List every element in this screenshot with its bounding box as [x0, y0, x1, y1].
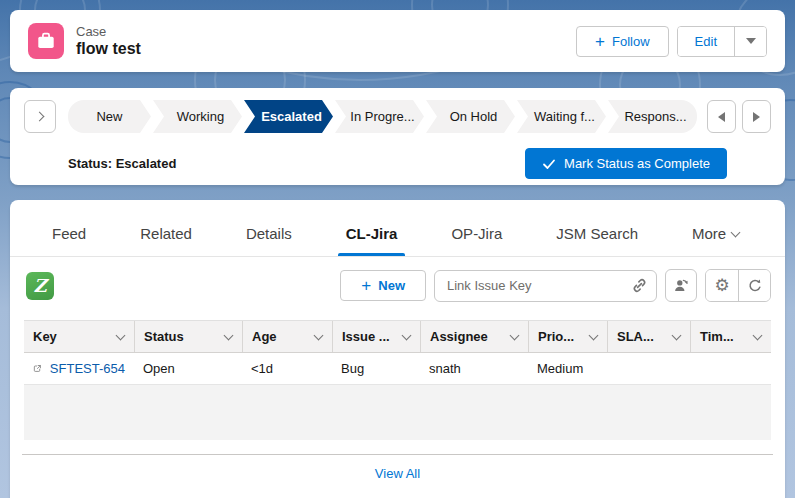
status-text: Status: Escalated — [68, 156, 176, 171]
footer-divider — [22, 454, 773, 455]
path-stage-escalated[interactable]: Escalated — [244, 100, 333, 133]
edit-button[interactable]: Edit — [678, 27, 734, 56]
tab-more[interactable]: More — [690, 225, 741, 256]
jira-connector-logo-icon: Z — [26, 272, 54, 300]
path-stage-on-hold[interactable]: On Hold — [426, 100, 515, 133]
user-arrow-icon — [673, 277, 690, 294]
chevron-down-icon — [116, 330, 126, 340]
external-link-icon[interactable] — [33, 361, 42, 376]
chevron-down-icon — [510, 330, 520, 340]
page-background: Case flow test + Follow Edit New Work — [0, 0, 795, 498]
table-header-row: Key Status Age Issue ... Assignee Prio..… — [24, 320, 771, 353]
triangle-down-icon — [746, 38, 756, 44]
entity-label: Case — [76, 24, 576, 39]
cell-age: <1d — [242, 353, 332, 384]
new-issue-button-label: New — [378, 278, 405, 293]
page-title: flow test — [76, 39, 576, 59]
path-stages: New Working Escalated In Progre... On Ho… — [68, 100, 697, 133]
table-row: SFTEST-654 Open <1d Bug snath Medium — [24, 353, 771, 385]
follow-button-label: Follow — [612, 34, 650, 49]
path-scroll-right-button[interactable] — [742, 100, 771, 133]
chevron-right-icon — [34, 112, 44, 122]
mark-status-complete-label: Mark Status as Complete — [564, 156, 710, 171]
path-scroll-left-button[interactable] — [707, 100, 736, 133]
issues-table: Key Status Age Issue ... Assignee Prio..… — [24, 320, 771, 440]
column-header-key[interactable]: Key — [24, 321, 134, 352]
triangle-right-icon — [753, 112, 760, 122]
path-expand-button[interactable] — [24, 100, 56, 133]
refresh-icon — [747, 278, 763, 294]
column-header-sla[interactable]: SLA... — [607, 321, 690, 352]
path-stage-waiting[interactable]: Waiting f... — [517, 100, 606, 133]
change-assignee-button[interactable] — [665, 269, 697, 302]
checkmark-icon — [542, 157, 556, 171]
path-stage-response[interactable]: Respons... — [608, 100, 697, 133]
link-icon — [631, 277, 648, 294]
tab-op-jira[interactable]: OP-Jira — [449, 225, 504, 256]
column-header-assignee[interactable]: Assignee — [420, 321, 528, 352]
new-issue-button[interactable]: + New — [340, 270, 426, 301]
record-tabs-card: Feed Related Details CL-Jira OP-Jira JSM… — [10, 200, 785, 498]
cell-time — [690, 353, 771, 384]
chevron-down-icon — [753, 330, 763, 340]
edit-dropdown-button[interactable] — [734, 27, 766, 56]
cell-assignee: snath — [420, 353, 528, 384]
path-card: New Working Escalated In Progre... On Ho… — [10, 88, 785, 185]
tab-cl-jira[interactable]: CL-Jira — [344, 225, 400, 256]
tab-bar: Feed Related Details CL-Jira OP-Jira JSM… — [10, 200, 785, 257]
briefcase-icon — [35, 30, 57, 52]
chevron-down-icon — [731, 227, 741, 237]
triangle-left-icon — [718, 112, 725, 122]
tab-feed[interactable]: Feed — [50, 225, 88, 256]
tab-jsm-search[interactable]: JSM Search — [554, 225, 640, 256]
column-header-issue-type[interactable]: Issue ... — [332, 321, 420, 352]
follow-button[interactable]: + Follow — [576, 26, 669, 57]
edit-button-group: Edit — [677, 26, 767, 57]
path-stage-working[interactable]: Working — [153, 100, 242, 133]
settings-button[interactable]: ⚙ — [706, 270, 738, 301]
column-header-status[interactable]: Status — [134, 321, 242, 352]
path-stage-new[interactable]: New — [68, 100, 151, 133]
cell-priority: Medium — [528, 353, 607, 384]
cell-sla — [607, 353, 690, 384]
table-empty-area — [24, 385, 771, 440]
issue-key-link[interactable]: SFTEST-654 — [50, 361, 125, 376]
jira-toolbar: Z + New — [10, 257, 785, 312]
chevron-down-icon — [314, 330, 324, 340]
chevron-down-icon — [672, 330, 682, 340]
chevron-down-icon — [402, 330, 412, 340]
view-all-link[interactable]: View All — [10, 466, 785, 481]
record-header-card: Case flow test + Follow Edit — [10, 10, 785, 72]
link-issue-key-input[interactable] — [434, 270, 657, 302]
case-object-icon — [28, 23, 64, 59]
cell-status: Open — [134, 353, 242, 384]
plus-icon: + — [595, 33, 605, 50]
tab-details[interactable]: Details — [244, 225, 294, 256]
cell-issue-type: Bug — [332, 353, 420, 384]
column-header-priority[interactable]: Prio... — [528, 321, 607, 352]
path-stage-in-progress[interactable]: In Progre... — [335, 100, 424, 133]
chevron-down-icon — [224, 330, 234, 340]
mark-status-complete-button[interactable]: Mark Status as Complete — [525, 148, 727, 179]
column-header-age[interactable]: Age — [242, 321, 332, 352]
tab-related[interactable]: Related — [138, 225, 194, 256]
chevron-down-icon — [589, 330, 599, 340]
column-header-time[interactable]: Tim... — [690, 321, 771, 352]
gear-icon: ⚙ — [714, 277, 729, 294]
plus-icon: + — [361, 277, 371, 294]
table-actions-group: ⚙ — [705, 269, 771, 302]
refresh-button[interactable] — [738, 270, 770, 301]
